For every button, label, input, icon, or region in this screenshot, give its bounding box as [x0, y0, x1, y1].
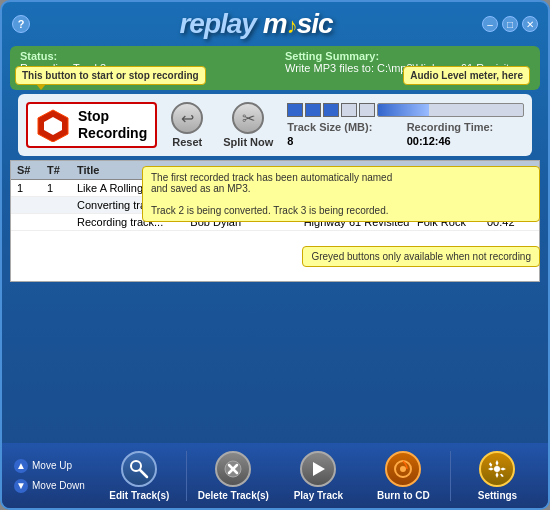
settings-icon	[479, 451, 515, 487]
close-button[interactable]: ✕	[522, 16, 538, 32]
col-header-snum: S#	[15, 163, 45, 177]
edit-tracks-label: Edit Track(s)	[109, 490, 169, 501]
tooltip-track-saved: The first recorded track has been automa…	[142, 166, 540, 222]
track-table-area: S# T# Title Artist Album Genre Time 1 1 …	[2, 160, 548, 282]
play-track-button[interactable]: Play Track	[276, 447, 361, 505]
reset-button[interactable]: ↩ Reset	[165, 100, 209, 150]
bottom-bar: ▲ Move Up ▼ Move Down Edit Track(s) Dele…	[2, 443, 548, 508]
level-bar-3	[323, 103, 339, 117]
settings-button[interactable]: Settings	[455, 447, 540, 505]
status-label: Status:	[20, 50, 57, 62]
svg-point-10	[494, 466, 500, 472]
split-now-label: Split Now	[223, 136, 273, 148]
track-size-label: Track Size (MB):	[287, 121, 404, 133]
edit-tracks-icon	[121, 451, 157, 487]
help-button[interactable]: ?	[12, 15, 30, 33]
tooltip-stop-recording: This button to start or stop recording	[15, 66, 206, 85]
recording-time-label: Recording Time:	[407, 121, 524, 133]
stop-icon	[36, 108, 70, 142]
move-down-icon: ▼	[14, 479, 28, 493]
move-up-label: Move Up	[32, 460, 72, 471]
delete-tracks-label: Delete Track(s)	[198, 490, 269, 501]
svg-line-3	[140, 470, 147, 477]
split-icon: ✂	[232, 102, 264, 134]
title-bar: ? replay m♪sic – □ ✕	[2, 2, 548, 44]
tooltip-audio-level: Audio Level meter, here	[403, 66, 530, 85]
svg-point-9	[400, 466, 406, 472]
play-track-icon	[300, 451, 336, 487]
delete-tracks-button[interactable]: Delete Track(s)	[191, 447, 276, 505]
restore-button[interactable]: □	[502, 16, 518, 32]
main-window: ? replay m♪sic – □ ✕ Status: Recording T…	[0, 0, 550, 510]
level-bar-5	[359, 103, 375, 117]
move-down-button[interactable]: ▼ Move Down	[10, 477, 89, 495]
move-buttons: ▲ Move Up ▼ Move Down	[10, 457, 89, 495]
level-bar-2	[305, 103, 321, 117]
col-header-tnum: T#	[45, 163, 75, 177]
app-logo: replay m♪sic	[179, 8, 332, 39]
level-progress-bar	[377, 103, 524, 117]
reset-icon: ↩	[171, 102, 203, 134]
setting-label: Setting Summary:	[285, 50, 379, 62]
move-up-icon: ▲	[14, 459, 28, 473]
settings-label: Settings	[478, 490, 517, 501]
stop-recording-label: StopRecording	[78, 108, 147, 142]
svg-marker-7	[313, 462, 325, 476]
track-info: Track Size (MB): Recording Time: 8 00:12…	[287, 121, 524, 147]
burn-to-cd-label: Burn to CD	[377, 490, 430, 501]
burn-to-cd-button[interactable]: Burn to CD	[361, 447, 446, 505]
move-up-button[interactable]: ▲ Move Up	[10, 457, 89, 475]
reset-label: Reset	[172, 136, 202, 148]
edit-tracks-button[interactable]: Edit Track(s)	[97, 447, 182, 505]
controls-container: This button to start or stop recording A…	[10, 94, 540, 156]
recording-time-value: 00:12:46	[407, 135, 524, 147]
play-track-label: Play Track	[294, 490, 343, 501]
delete-tracks-icon	[215, 451, 251, 487]
split-now-button[interactable]: ✂ Split Now	[217, 100, 279, 150]
move-down-label: Move Down	[32, 480, 85, 491]
level-progress-fill	[378, 104, 429, 116]
stop-recording-button[interactable]: StopRecording	[26, 102, 157, 148]
minimize-button[interactable]: –	[482, 16, 498, 32]
burn-to-cd-icon	[385, 451, 421, 487]
track-size-value: 8	[287, 135, 404, 147]
audio-level-meter	[287, 103, 524, 117]
controls-area: StopRecording ↩ Reset ✂ Split Now	[18, 94, 532, 156]
tooltip-greyed-buttons: Greyed buttons only available when not r…	[302, 246, 540, 267]
level-bar-4	[341, 103, 357, 117]
level-bar-1	[287, 103, 303, 117]
